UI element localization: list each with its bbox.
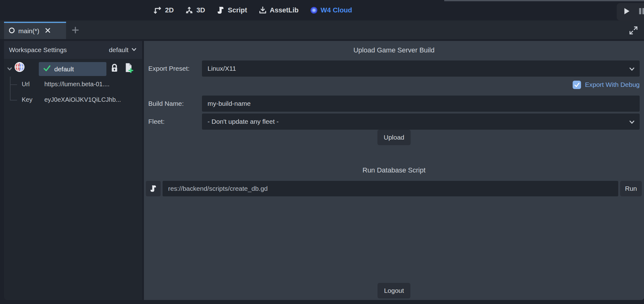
tab-assetlib-label: AssetLib (270, 6, 299, 14)
chevron-down-icon (628, 65, 635, 74)
tab-3d-label: 3D (196, 6, 205, 14)
logout-button[interactable]: Logout (378, 283, 410, 298)
url-value[interactable]: https://lumen.beta-01.... (44, 81, 110, 88)
tab-w4-cloud[interactable]: W4 Cloud (310, 6, 352, 14)
tab-script-label: Script (228, 6, 247, 14)
tree-line-url (10, 84, 17, 85)
tree-line-key (10, 100, 17, 101)
key-key-label: Key (22, 96, 32, 103)
build-name-label: Build Name: (148, 96, 184, 112)
node-circle-icon (8, 27, 15, 35)
lock-icon[interactable] (110, 63, 119, 74)
export-preset-value: Linux/X11 (208, 65, 236, 72)
godot-editor-window: 2D 3D Script AssetLib (0, 0, 644, 304)
add-tab-button[interactable] (71, 25, 80, 35)
tab-2d[interactable]: 2D (154, 6, 174, 15)
workspace-settings-header: Workspace Settings default (4, 41, 142, 59)
globe-icon (14, 61, 25, 74)
scene-tab-main[interactable]: main(*) (4, 22, 66, 39)
tab-script[interactable]: Script (216, 6, 247, 15)
download-icon (258, 6, 267, 15)
workspace-select-value: default (109, 46, 128, 54)
scene-tab-label: main(*) (18, 27, 39, 35)
script-picker-button[interactable] (146, 181, 161, 196)
export-preset-label: Export Preset: (148, 60, 190, 77)
sidebar-title: Workspace Settings (9, 46, 67, 54)
workspace-select[interactable]: default (109, 46, 137, 54)
w4-cloud-panel: Upload Game Server Build Export Preset: … (144, 41, 644, 300)
3d-icon (185, 6, 194, 15)
build-name-input[interactable]: my-build-name (202, 96, 640, 112)
collapse-caret-icon[interactable] (7, 66, 13, 73)
pause-button[interactable] (637, 7, 644, 17)
script-path-value: res://backend/scripts/create_db.gd (168, 185, 268, 192)
fleet-label: Fleet: (148, 114, 165, 130)
scene-tab-bar: main(*) (0, 20, 644, 39)
script-icon (216, 6, 225, 15)
chevron-down-icon (628, 118, 635, 127)
editor-topbar: 2D 3D Script AssetLib (0, 0, 644, 20)
close-icon[interactable] (44, 27, 51, 35)
tab-assetlib[interactable]: AssetLib (258, 6, 299, 15)
tree-line-vertical (10, 77, 11, 101)
run-db-section-title: Run Database Script (144, 166, 644, 174)
w4-cloud-icon (310, 6, 318, 14)
export-with-debug-row: Export With Debug (573, 79, 640, 90)
2d-icon (154, 6, 162, 15)
export-with-debug-checkbox[interactable] (573, 81, 581, 89)
workspace-item-default[interactable]: default (39, 62, 106, 76)
tab-3d[interactable]: 3D (185, 6, 205, 15)
upload-section-title: Upload Game Server Build (144, 46, 644, 54)
workspace-item-label: default (54, 65, 74, 73)
window-edge-highlight (444, 0, 644, 1)
new-script-icon[interactable] (123, 62, 134, 74)
tab-w4-cloud-label: W4 Cloud (321, 6, 352, 14)
chevron-down-icon (131, 46, 137, 54)
fleet-value: - Don't update any fleet - (208, 118, 279, 125)
key-value[interactable]: eyJ0eXAiOiJKV1QiLCJhb... (44, 96, 121, 103)
build-name-value: my-build-name (208, 100, 251, 107)
upload-button[interactable]: Upload (378, 130, 411, 145)
check-icon (43, 64, 51, 74)
url-key-label: Url (22, 81, 30, 88)
export-with-debug-label: Export With Debug (585, 81, 640, 88)
run-controls (617, 3, 644, 20)
bottom-strip (0, 300, 644, 304)
expand-icon[interactable] (628, 25, 638, 35)
run-button[interactable]: Run (620, 181, 642, 196)
export-preset-select[interactable]: Linux/X11 (202, 60, 640, 77)
fleet-select[interactable]: - Don't update any fleet - (202, 114, 640, 130)
workspace-tree: default Url https://lumen.beta-01.... Ke… (4, 59, 142, 300)
play-button[interactable] (622, 7, 631, 17)
tab-2d-label: 2D (165, 6, 174, 14)
workspace-sidebar: Workspace Settings default (4, 41, 142, 300)
script-path-input[interactable]: res://backend/scripts/create_db.gd (163, 181, 618, 196)
workspace-switcher: 2D 3D Script AssetLib (154, 0, 352, 20)
